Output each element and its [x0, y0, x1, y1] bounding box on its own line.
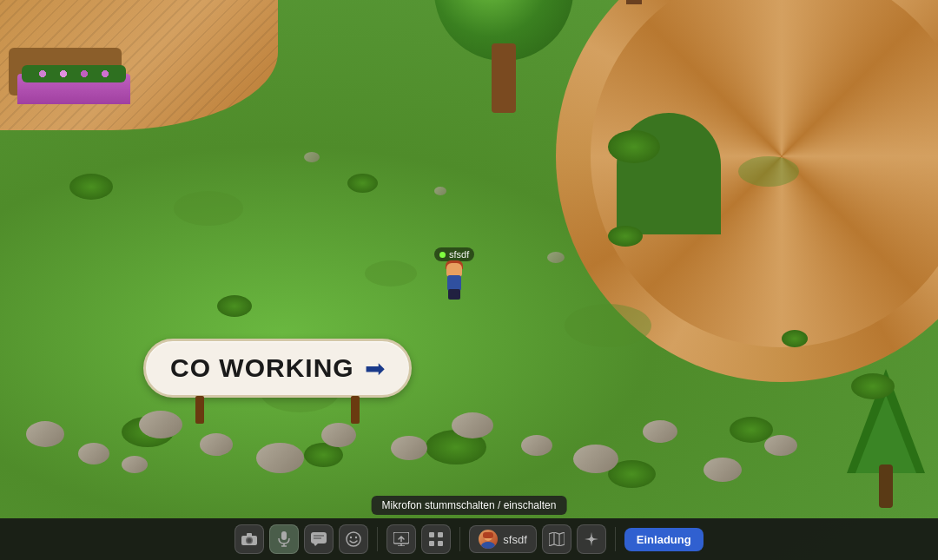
- grass-4: [738, 156, 799, 187]
- chat-button[interactable]: [304, 524, 334, 554]
- deck-top-left: [0, 0, 278, 130]
- svg-marker-24: [549, 532, 565, 546]
- sign-board: CO WORKING ➡: [143, 339, 412, 398]
- bush-8: [347, 174, 378, 193]
- user-name-label: sfsdf: [503, 533, 526, 546]
- user-chip[interactable]: sfsdf: [469, 525, 536, 553]
- apps-button[interactable]: [421, 524, 451, 554]
- svg-rect-4: [281, 531, 287, 540]
- conifer-trunk: [879, 464, 893, 508]
- bush-9: [608, 226, 643, 247]
- player-legs: [448, 289, 460, 300]
- apps-icon: [429, 532, 443, 546]
- sign-arrow: ➡: [365, 354, 385, 383]
- svg-rect-3: [247, 533, 252, 537]
- grass-2: [365, 260, 417, 287]
- sign-post-left: [195, 396, 204, 424]
- emoji-button[interactable]: [339, 524, 368, 554]
- rock-4: [200, 433, 233, 456]
- planter-flowers: [17, 74, 130, 104]
- rock-8: [452, 412, 493, 438]
- user-avatar: [479, 530, 498, 549]
- pebble-1: [304, 152, 320, 162]
- player-name-tag: sfsdf: [434, 247, 474, 261]
- svg-rect-20: [438, 541, 443, 546]
- rock-5: [256, 443, 304, 473]
- svg-point-11: [350, 537, 352, 538]
- rock-10: [573, 445, 618, 473]
- toolbar-divider-3: [615, 527, 616, 551]
- screen-share-icon: [393, 532, 409, 546]
- bush-2: [217, 295, 252, 317]
- toolbar-divider-2: [459, 527, 460, 551]
- player-sprite: [442, 263, 466, 300]
- game-world: CO WORKING ➡ sfsdf: [0, 0, 938, 560]
- pebble-2: [434, 187, 446, 195]
- rock-14: [122, 456, 148, 473]
- bush-10: [782, 330, 808, 347]
- sign-post-right: [351, 396, 360, 424]
- svg-rect-19: [429, 541, 434, 546]
- flower-planter: [9, 48, 122, 96]
- grass-3: [565, 304, 651, 347]
- rock-1: [26, 421, 64, 447]
- svg-rect-18: [438, 532, 443, 537]
- pebble-3: [547, 252, 565, 263]
- bottom-toolbar: sfsdf Einladung: [0, 518, 938, 560]
- invite-button[interactable]: Einladung: [624, 528, 704, 551]
- map-button[interactable]: [542, 524, 571, 554]
- emoji-icon: [346, 531, 361, 547]
- svg-point-27: [589, 537, 593, 542]
- bush-11: [851, 373, 895, 399]
- chat-icon: [311, 532, 327, 546]
- coworking-sign: CO WORKING ➡: [143, 339, 412, 398]
- mic-button[interactable]: [269, 524, 299, 554]
- mic-icon: [278, 531, 290, 547]
- camera-button[interactable]: [234, 524, 264, 554]
- rock-7: [391, 436, 427, 460]
- svg-rect-23: [483, 532, 493, 538]
- svg-point-12: [355, 537, 357, 538]
- svg-point-2: [248, 538, 252, 543]
- sign-text: CO WORKING: [170, 353, 354, 383]
- rock-12: [704, 458, 742, 482]
- player-online-indicator: [439, 252, 446, 258]
- avatar-icon: [479, 530, 498, 549]
- bush-1: [69, 174, 113, 200]
- rock-9: [521, 435, 552, 456]
- rock-11: [643, 420, 677, 443]
- svg-point-10: [347, 532, 360, 546]
- rock-6: [321, 423, 356, 447]
- camera-icon: [241, 533, 257, 545]
- tree-trunk: [626, 0, 642, 4]
- player-character: sfsdf: [434, 247, 474, 300]
- settings-button[interactable]: [577, 524, 606, 554]
- tooltip-text: Mikrofon stummschalten / einschalten: [382, 499, 557, 511]
- map-icon: [549, 532, 565, 546]
- rock-3: [139, 411, 182, 438]
- toolbar-tooltip: Mikrofon stummschalten / einschalten: [372, 496, 567, 515]
- rock-13: [764, 435, 797, 456]
- toolbar-divider-1: [377, 527, 378, 551]
- svg-rect-17: [429, 532, 434, 537]
- settings-icon: [584, 531, 599, 547]
- bush-12: [608, 130, 660, 163]
- svg-point-22: [481, 542, 495, 549]
- rock-2: [78, 443, 109, 464]
- screen-share-button[interactable]: [386, 524, 416, 554]
- grass-1: [174, 191, 243, 226]
- tree-large-trunk: [492, 43, 516, 113]
- player-name: sfsdf: [449, 249, 469, 260]
